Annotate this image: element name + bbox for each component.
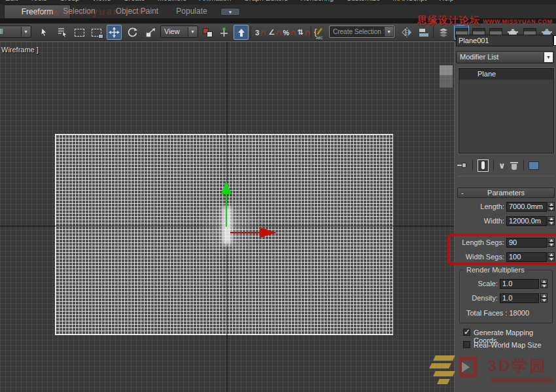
render-multipliers-title: Render Multipliers [464, 266, 527, 274]
chevron-down-icon: ▾ [188, 27, 197, 37]
angle-snap-toggle-button[interactable]: ∠∩ [268, 25, 283, 40]
menu-item[interactable]: Animation [199, 0, 231, 2]
menu-item[interactable]: Create [124, 0, 145, 2]
keyboard-shortcut-override-button[interactable] [234, 25, 249, 40]
gizmo-x-axis-arrowhead[interactable] [260, 227, 277, 238]
menu-item[interactable]: Rendering [300, 0, 334, 2]
collapse-icon: - [461, 188, 464, 197]
scale-field[interactable]: 1.0 [500, 279, 539, 289]
named-selection-set-dropdown[interactable]: Create Selection Se ▾ [329, 25, 394, 38]
width-label: Width: [457, 217, 504, 225]
modifier-stack: Plane [459, 68, 554, 154]
ribbon-overflow-button[interactable]: ▾ [220, 8, 240, 16]
percent-icon: % [283, 29, 289, 37]
reference-coordinate-value: View [164, 27, 180, 35]
menu-item[interactable]: Group [60, 0, 80, 2]
percent-snap-toggle-button[interactable]: %∩ [282, 25, 297, 40]
width-spinner[interactable] [547, 216, 555, 225]
object-color-swatch[interactable] [553, 35, 556, 46]
length-field[interactable]: 7000.0mm [506, 202, 547, 212]
menu-item[interactable]: MAXScript [392, 0, 426, 2]
spinner-snap-toggle-button[interactable]: ⇅∩ [296, 25, 311, 40]
parameters-rollout-title: Parameters [487, 189, 525, 197]
watermark-logo: 3D学园 [425, 351, 556, 392]
scale-label: Scale: [461, 280, 498, 287]
layers-icon [438, 27, 449, 37]
density-spinner[interactable] [540, 293, 547, 302]
select-and-manipulate-button[interactable] [217, 25, 232, 40]
select-and-scale-button[interactable] [143, 25, 158, 40]
modifier-list-dropdown[interactable]: Modifier List ▾ [456, 51, 554, 63]
modifier-stack-toolbar: ∨ [457, 157, 555, 173]
menu-item[interactable]: Customize [346, 0, 380, 2]
window-crossing-button[interactable] [89, 25, 104, 40]
watermark-logo-text: 3D学园 [488, 355, 547, 376]
edit-named-selection-sets-button[interactable]: { ABC [313, 25, 328, 40]
angle-icon: ∠ [268, 28, 275, 37]
viewport[interactable]: Wireframe ] [0, 41, 454, 392]
menu-item[interactable]: Views [92, 0, 111, 2]
menu-item[interactable]: Modifiers [158, 0, 187, 2]
window-crossing-icon [92, 29, 101, 37]
parameters-rollout-header[interactable]: - Parameters [457, 188, 555, 198]
selection-filter-dropdown[interactable]: All ▾ [0, 25, 31, 38]
show-end-result-button[interactable] [478, 159, 489, 172]
snap-3d-label: 3 [255, 29, 259, 37]
layer-manager-button[interactable] [436, 25, 451, 40]
ribbon-tab-populate[interactable]: Populate [169, 5, 215, 18]
dashed-rectangle-icon [75, 29, 84, 37]
select-by-name-button[interactable] [55, 25, 70, 40]
magnet-icon: ∩ [275, 27, 281, 37]
total-faces-value: Total Faces : 18000 [466, 309, 529, 317]
menu-item[interactable]: Graph Editors [243, 0, 288, 2]
gizmo-x-axis[interactable] [230, 232, 260, 233]
rotate-icon [127, 27, 138, 38]
select-object-button[interactable] [37, 25, 52, 40]
real-world-map-size-label: Real-World Map Size [474, 341, 542, 349]
real-world-map-size-checkbox[interactable] [463, 341, 470, 348]
rectangular-selection-region-button[interactable] [72, 25, 87, 40]
make-unique-button[interactable]: ∨ [498, 161, 506, 171]
mirror-icon [402, 27, 412, 37]
reference-coordinate-dropdown[interactable]: View ▾ [160, 25, 198, 38]
scale-spinner[interactable] [540, 279, 547, 288]
width-field[interactable]: 12000.0m [506, 216, 547, 226]
use-pivot-point-center-button[interactable] [200, 25, 215, 40]
menu-item[interactable]: Edit [5, 0, 18, 2]
length-spinner[interactable] [547, 202, 555, 211]
gizmo-y-axis[interactable] [226, 193, 227, 227]
select-and-rotate-button[interactable] [125, 25, 140, 40]
menu-bar: Edit Tools Group Views Create Modifiers … [0, 0, 556, 5]
length-label: Length: [457, 203, 504, 210]
mirror-button[interactable] [399, 25, 414, 40]
magnet-icon: ∩ [260, 27, 266, 37]
logo-yellow-bar [429, 363, 451, 368]
move-arrows-icon [109, 27, 120, 38]
generate-mapping-coords-checkbox[interactable] [463, 329, 470, 336]
object-name-field[interactable]: Plane001 [456, 35, 553, 46]
menu-item[interactable]: Help [439, 0, 454, 2]
menu-item[interactable]: Tools [30, 0, 47, 2]
viewcube-ghost[interactable] [440, 65, 453, 89]
gizmo-y-axis-arrowhead[interactable] [221, 181, 232, 194]
modifier-stack-item-plane[interactable]: Plane [459, 69, 553, 80]
snap-toggle-3d-button[interactable]: 3∩ [253, 25, 268, 40]
configure-modifier-sets-button[interactable] [529, 161, 539, 170]
magnet-icon: ∩ [290, 27, 296, 37]
density-field[interactable]: 1.0 [500, 293, 539, 303]
chevron-down-icon: ▾ [384, 27, 393, 37]
chevron-down-icon: ▾ [21, 27, 30, 37]
pin-stack-button[interactable] [457, 161, 468, 170]
align-button[interactable] [416, 25, 431, 40]
select-and-move-button[interactable] [107, 25, 122, 40]
remove-modifier-button[interactable] [510, 161, 519, 171]
viewport-shading-label[interactable]: Wireframe ] [1, 46, 39, 54]
watermark-faint-text: www.missyuan.com [34, 5, 148, 18]
viewcube-front-face [440, 75, 453, 88]
named-sets-icon: { ABC [314, 27, 327, 39]
logo-cube-icon [459, 357, 478, 378]
density-label: Density: [461, 294, 498, 302]
scale-icon [145, 27, 156, 38]
tutorial-highlight-box [447, 233, 556, 265]
cursor-icon [39, 27, 49, 37]
